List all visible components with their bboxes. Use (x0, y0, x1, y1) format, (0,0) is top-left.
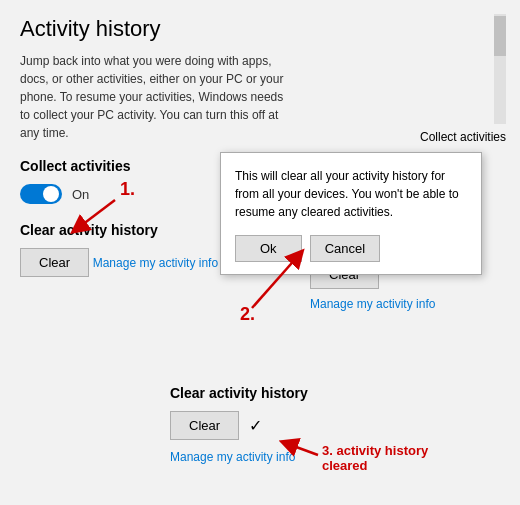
dialog-text: This will clear all your activity histor… (235, 167, 467, 221)
collect-label-top: Collect activities (420, 130, 506, 144)
manage-link-bottom[interactable]: Manage my activity info (170, 450, 510, 464)
toggle-thumb (43, 186, 59, 202)
page-description: Jump back into what you were doing with … (20, 52, 290, 142)
bottom-clear-row: Clear ✓ (170, 411, 510, 440)
page-title: Activity history (20, 16, 290, 42)
dialog-cancel-button[interactable]: Cancel (310, 235, 380, 262)
dialog-box: This will clear all your activity histor… (220, 152, 482, 275)
dialog-buttons: Ok Cancel (235, 235, 467, 262)
checkmark-icon: ✓ (249, 416, 262, 435)
scrollbar-thumb (494, 16, 506, 56)
clear-button-bottom[interactable]: Clear (170, 411, 239, 440)
toggle-label: On (72, 187, 89, 202)
bottom-section: Clear activity history Clear ✓ Manage my… (160, 385, 520, 464)
bottom-section-title: Clear activity history (170, 385, 510, 401)
dialog-ok-button[interactable]: Ok (235, 235, 302, 262)
scrollbar-track (494, 14, 506, 124)
collect-toggle[interactable] (20, 184, 62, 204)
clear-button-left[interactable]: Clear (20, 248, 89, 277)
manage-link-left[interactable]: Manage my activity info (93, 256, 218, 270)
manage-link-right[interactable]: Manage my activity info (310, 297, 435, 311)
